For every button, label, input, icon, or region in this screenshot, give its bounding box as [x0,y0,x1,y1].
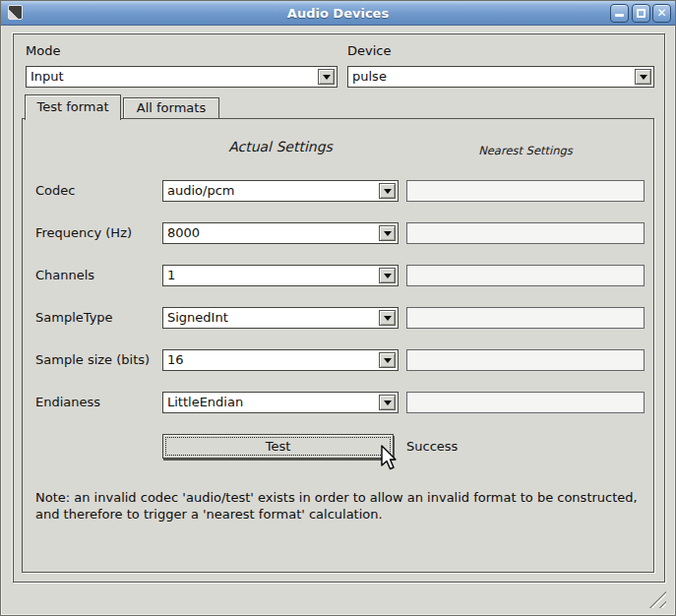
tab-all-formats[interactable]: All formats [123,97,219,118]
frequency-label: Frequency (Hz) [35,222,132,244]
tab-test-format[interactable]: Test format [25,94,121,120]
chevron-down-icon[interactable] [379,183,396,199]
content-frame: Mode Device Input pulse Test format All … [13,33,665,583]
channels-nearest-field [406,265,645,286]
device-select[interactable]: pulse [347,66,654,88]
device-label: Device [347,43,391,58]
frequency-value: 8000 [167,223,200,243]
endianess-label: Endianess [35,392,100,413]
channels-value: 1 [167,266,175,285]
minimize-button[interactable] [610,4,629,23]
close-icon: ✕ [653,5,670,22]
chevron-down-icon[interactable] [635,69,651,85]
frequency-select[interactable]: 8000 [162,222,399,244]
actual-settings-header: Actual Settings [162,139,399,154]
samplesize-nearest-field [406,349,645,371]
minimize-icon [615,14,624,17]
channels-select[interactable]: 1 [162,265,399,286]
close-button[interactable]: ✕ [652,4,671,23]
chevron-down-icon[interactable] [318,69,335,85]
mode-value: Input [31,67,64,87]
mode-select[interactable]: Input [26,66,338,88]
titlebar[interactable]: Audio Devices ✕ [1,1,675,26]
chevron-down-icon[interactable] [379,225,396,241]
endianess-value: LittleEndian [167,393,243,412]
channels-label: Channels [35,265,94,286]
maximize-button[interactable] [632,4,650,23]
sampletype-select[interactable]: SignedInt [162,307,399,329]
sampletype-value: SignedInt [167,308,228,328]
chevron-down-icon[interactable] [379,268,396,283]
chevron-down-icon[interactable] [379,310,396,326]
codec-label: Codec [35,180,75,202]
audio-devices-window: Audio Devices ✕ Mode Device Input pulse … [0,0,676,616]
window-title: Audio Devices [1,1,675,26]
sampletype-nearest-field [406,307,645,329]
frequency-nearest-field [406,222,645,244]
codec-nearest-field [406,180,645,202]
sampletype-label: SampleType [35,307,113,329]
mouse-cursor [379,445,399,472]
status-text: Success [406,434,458,459]
chevron-down-icon[interactable] [379,352,396,368]
mode-label: Mode [26,43,60,58]
note-line-2: and therefore to trigger a 'nearest form… [35,506,653,523]
test-format-pane: Actual Settings Nearest Settings Codec a… [22,118,654,573]
focus-rect [165,437,391,456]
nearest-settings-header: Nearest Settings [406,144,645,157]
endianess-nearest-field [406,392,645,413]
samplesize-value: 16 [167,350,184,370]
note-line-1: Note: an invalid codec 'audio/test' exis… [35,489,653,506]
maximize-icon [637,9,645,18]
resize-grip-icon[interactable] [645,590,666,608]
endianess-select[interactable]: LittleEndian [162,392,399,413]
samplesize-label: Sample size (bits) [35,349,150,371]
chevron-down-icon[interactable] [379,395,396,410]
codec-value: audio/pcm [167,181,234,201]
codec-select[interactable]: audio/pcm [162,180,399,202]
note-text: Note: an invalid codec 'audio/test' exis… [35,489,653,523]
test-button[interactable]: Test [162,434,394,459]
device-value: pulse [352,67,387,87]
samplesize-select[interactable]: 16 [162,349,399,371]
